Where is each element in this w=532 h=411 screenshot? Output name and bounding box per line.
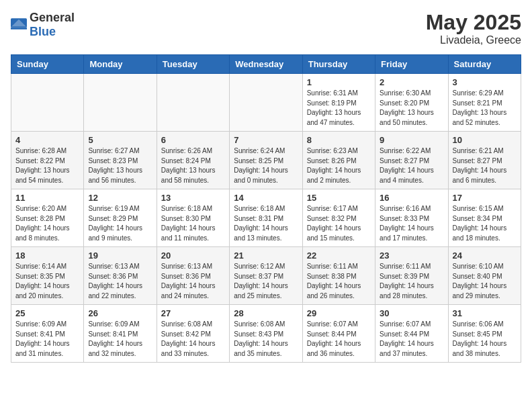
day-number: 16 <box>380 193 443 203</box>
calendar-cell-week5-day3: 28Sunrise: 6:08 AMSunset: 8:43 PMDayligh… <box>230 305 302 363</box>
calendar-cell-week4-day4: 22Sunrise: 6:11 AMSunset: 8:38 PMDayligh… <box>302 247 375 305</box>
calendar-cell-week4-day2: 20Sunrise: 6:13 AMSunset: 8:36 PMDayligh… <box>157 247 229 305</box>
calendar-cell-week3-day0: 11Sunrise: 6:20 AMSunset: 8:28 PMDayligh… <box>11 189 84 247</box>
svg-rect-2 <box>11 28 27 30</box>
day-info: Sunrise: 6:17 AMSunset: 8:32 PMDaylight:… <box>307 204 371 243</box>
calendar-week-1: 1Sunrise: 6:31 AMSunset: 8:19 PMDaylight… <box>11 74 521 132</box>
day-number: 13 <box>161 193 225 203</box>
day-info: Sunrise: 6:08 AMSunset: 8:43 PMDaylight:… <box>234 320 298 359</box>
day-number: 23 <box>380 250 443 261</box>
day-number: 24 <box>453 250 517 261</box>
day-number: 9 <box>380 135 443 145</box>
calendar-cell-week1-day6: 3Sunrise: 6:29 AMSunset: 8:21 PMDaylight… <box>448 74 521 132</box>
calendar-cell-week5-day1: 26Sunrise: 6:09 AMSunset: 8:41 PMDayligh… <box>84 305 157 363</box>
generalblue-logo-icon <box>11 18 27 32</box>
day-number: 22 <box>307 250 371 261</box>
day-info: Sunrise: 6:07 AMSunset: 8:44 PMDaylight:… <box>307 320 371 359</box>
day-number: 21 <box>234 250 298 261</box>
calendar-cell-week3-day5: 16Sunrise: 6:16 AMSunset: 8:33 PMDayligh… <box>375 189 448 247</box>
day-info: Sunrise: 6:09 AMSunset: 8:41 PMDaylight:… <box>88 320 152 359</box>
day-info: Sunrise: 6:18 AMSunset: 8:30 PMDaylight:… <box>161 204 225 243</box>
calendar-cell-week2-day0: 4Sunrise: 6:28 AMSunset: 8:22 PMDaylight… <box>11 132 84 189</box>
calendar-cell-week1-day4: 1Sunrise: 6:31 AMSunset: 8:19 PMDaylight… <box>302 74 375 132</box>
day-number: 4 <box>15 135 79 145</box>
calendar-cell-week5-day0: 25Sunrise: 6:09 AMSunset: 8:41 PMDayligh… <box>11 305 84 363</box>
calendar-cell-week1-day0 <box>11 74 84 132</box>
day-number: 12 <box>88 193 152 203</box>
day-number: 7 <box>234 135 298 145</box>
day-number: 11 <box>15 193 79 203</box>
day-info: Sunrise: 6:31 AMSunset: 8:19 PMDaylight:… <box>307 89 371 128</box>
day-number: 19 <box>88 250 152 261</box>
calendar-cell-week4-day0: 18Sunrise: 6:14 AMSunset: 8:35 PMDayligh… <box>11 247 84 305</box>
calendar-cell-week2-day3: 7Sunrise: 6:24 AMSunset: 8:25 PMDaylight… <box>230 132 302 189</box>
day-number: 28 <box>234 308 298 318</box>
day-number: 15 <box>307 193 371 203</box>
logo-general: General <box>30 11 75 24</box>
day-number: 6 <box>161 135 225 145</box>
calendar-cell-week1-day5: 2Sunrise: 6:30 AMSunset: 8:20 PMDaylight… <box>375 74 448 132</box>
calendar-cell-week3-day3: 14Sunrise: 6:18 AMSunset: 8:31 PMDayligh… <box>230 189 302 247</box>
calendar-cell-week2-day5: 9Sunrise: 6:22 AMSunset: 8:27 PMDaylight… <box>375 132 448 189</box>
calendar-cell-week5-day4: 29Sunrise: 6:07 AMSunset: 8:44 PMDayligh… <box>302 305 375 363</box>
day-info: Sunrise: 6:07 AMSunset: 8:44 PMDaylight:… <box>380 320 443 359</box>
day-info: Sunrise: 6:11 AMSunset: 8:39 PMDaylight:… <box>380 262 443 301</box>
day-info: Sunrise: 6:29 AMSunset: 8:21 PMDaylight:… <box>453 89 517 128</box>
day-number: 25 <box>15 308 79 318</box>
calendar-week-5: 25Sunrise: 6:09 AMSunset: 8:41 PMDayligh… <box>11 305 521 363</box>
day-info: Sunrise: 6:11 AMSunset: 8:38 PMDaylight:… <box>307 262 371 301</box>
calendar-table: SundayMondayTuesdayWednesdayThursdayFrid… <box>11 54 521 363</box>
weekday-header-saturday: Saturday <box>448 55 521 74</box>
logo-text: General Blue <box>30 11 75 39</box>
day-number: 27 <box>161 308 225 318</box>
day-number: 14 <box>234 193 298 203</box>
calendar-cell-week2-day2: 6Sunrise: 6:26 AMSunset: 8:24 PMDaylight… <box>157 132 229 189</box>
day-number: 20 <box>161 250 225 261</box>
weekday-header-friday: Friday <box>375 55 448 74</box>
day-number: 17 <box>453 193 517 203</box>
weekday-header-tuesday: Tuesday <box>157 55 229 74</box>
calendar-week-4: 18Sunrise: 6:14 AMSunset: 8:35 PMDayligh… <box>11 247 521 305</box>
calendar-cell-week5-day2: 27Sunrise: 6:08 AMSunset: 8:42 PMDayligh… <box>157 305 229 363</box>
day-info: Sunrise: 6:09 AMSunset: 8:41 PMDaylight:… <box>15 320 79 359</box>
weekday-header-monday: Monday <box>84 55 157 74</box>
weekday-header-sunday: Sunday <box>11 55 84 74</box>
calendar-month-year: May 2025 <box>426 11 521 34</box>
day-info: Sunrise: 6:13 AMSunset: 8:36 PMDaylight:… <box>161 262 225 301</box>
day-info: Sunrise: 6:20 AMSunset: 8:28 PMDaylight:… <box>15 204 79 243</box>
day-info: Sunrise: 6:10 AMSunset: 8:40 PMDaylight:… <box>453 262 517 301</box>
weekday-header-thursday: Thursday <box>302 55 375 74</box>
day-info: Sunrise: 6:21 AMSunset: 8:27 PMDaylight:… <box>453 146 517 185</box>
calendar-location: Livadeia, Greece <box>426 34 521 46</box>
day-info: Sunrise: 6:23 AMSunset: 8:26 PMDaylight:… <box>307 146 371 185</box>
day-info: Sunrise: 6:24 AMSunset: 8:25 PMDaylight:… <box>234 146 298 185</box>
page-header: General Blue May 2025 Livadeia, Greece <box>11 11 521 46</box>
calendar-cell-week4-day3: 21Sunrise: 6:12 AMSunset: 8:37 PMDayligh… <box>230 247 302 305</box>
day-info: Sunrise: 6:28 AMSunset: 8:22 PMDaylight:… <box>15 146 79 185</box>
calendar-cell-week3-day1: 12Sunrise: 6:19 AMSunset: 8:29 PMDayligh… <box>84 189 157 247</box>
calendar-title-area: May 2025 Livadeia, Greece <box>426 11 521 46</box>
day-number: 26 <box>88 308 152 318</box>
day-info: Sunrise: 6:27 AMSunset: 8:23 PMDaylight:… <box>88 146 152 185</box>
calendar-cell-week3-day2: 13Sunrise: 6:18 AMSunset: 8:30 PMDayligh… <box>157 189 229 247</box>
day-info: Sunrise: 6:16 AMSunset: 8:33 PMDaylight:… <box>380 204 443 243</box>
day-info: Sunrise: 6:18 AMSunset: 8:31 PMDaylight:… <box>234 204 298 243</box>
calendar-cell-week5-day6: 31Sunrise: 6:06 AMSunset: 8:45 PMDayligh… <box>448 305 521 363</box>
calendar-cell-week4-day6: 24Sunrise: 6:10 AMSunset: 8:40 PMDayligh… <box>448 247 521 305</box>
calendar-cell-week2-day6: 10Sunrise: 6:21 AMSunset: 8:27 PMDayligh… <box>448 132 521 189</box>
day-info: Sunrise: 6:06 AMSunset: 8:45 PMDaylight:… <box>453 320 517 359</box>
day-info: Sunrise: 6:19 AMSunset: 8:29 PMDaylight:… <box>88 204 152 243</box>
day-number: 3 <box>453 77 517 87</box>
day-number: 18 <box>15 250 79 261</box>
day-info: Sunrise: 6:08 AMSunset: 8:42 PMDaylight:… <box>161 320 225 359</box>
calendar-cell-week2-day1: 5Sunrise: 6:27 AMSunset: 8:23 PMDaylight… <box>84 132 157 189</box>
calendar-cell-week4-day5: 23Sunrise: 6:11 AMSunset: 8:39 PMDayligh… <box>375 247 448 305</box>
calendar-cell-week4-day1: 19Sunrise: 6:13 AMSunset: 8:36 PMDayligh… <box>84 247 157 305</box>
day-number: 1 <box>307 77 371 87</box>
logo-blue: Blue <box>30 25 56 38</box>
calendar-cell-week3-day4: 15Sunrise: 6:17 AMSunset: 8:32 PMDayligh… <box>302 189 375 247</box>
logo: General Blue <box>11 11 75 39</box>
day-number: 31 <box>453 308 517 318</box>
day-number: 29 <box>307 308 371 318</box>
calendar-cell-week3-day6: 17Sunrise: 6:15 AMSunset: 8:34 PMDayligh… <box>448 189 521 247</box>
